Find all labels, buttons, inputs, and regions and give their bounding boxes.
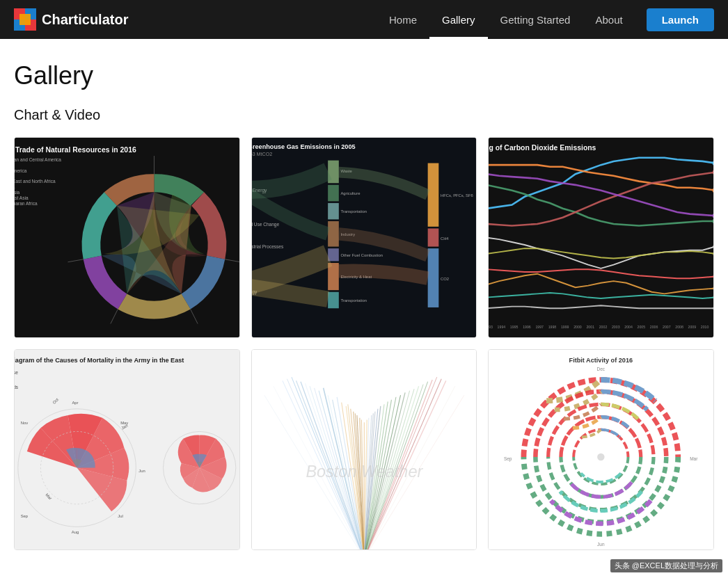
svg-text:Agriculture: Agriculture (340, 191, 360, 195)
svg-text:2002: 2002 (599, 325, 608, 329)
svg-text:Wounds: Wounds (15, 385, 19, 390)
nav-gallery[interactable]: Gallery (429, 0, 488, 39)
gallery-grid: Global Trade of Natural Resources in 201… (14, 137, 714, 550)
card-label-co2-ranking: Ranking of carbon dioxide emissions of s… (489, 337, 713, 338)
svg-text:1994: 1994 (498, 325, 506, 329)
svg-text:Sub-Saharan Africa: Sub-Saharan Africa (15, 201, 38, 206)
chart-image-nightingale: Diagram of the Causes of Mortality in th… (15, 350, 239, 549)
svg-text:1996: 1996 (523, 325, 531, 329)
svg-text:2009: 2009 (688, 325, 697, 329)
svg-text:Transportation: Transportation (340, 298, 367, 303)
chart-image-boston-weather: Boston Weather (252, 350, 477, 549)
launch-button[interactable]: Launch (647, 8, 714, 31)
svg-text:2000: 2000 (574, 325, 583, 329)
card-label-fitbit: Spiral Bar Chart (489, 549, 713, 550)
svg-text:World Greenhouse Gas Emissions: World Greenhouse Gas Emissions in 2005 (252, 143, 356, 150)
svg-rect-55 (427, 163, 438, 227)
svg-text:Apr: Apr (72, 401, 78, 405)
svg-text:2010: 2010 (701, 325, 709, 329)
card-label-greenhouse-gas: World greenhouse gas emissions (252, 337, 477, 338)
svg-text:Other Fuel Combustion: Other Fuel Combustion (340, 253, 383, 257)
svg-point-192 (597, 453, 604, 460)
svg-text:1995: 1995 (510, 325, 519, 329)
svg-text:Southeast Asia: Southeast Asia (15, 195, 29, 200)
svg-text:Total 44,153 MtCO2: Total 44,153 MtCO2 (252, 152, 272, 157)
card-label-boston-weather: Boston weather in a year (252, 549, 477, 550)
svg-text:Sep: Sep (504, 456, 512, 462)
svg-text:1997: 1997 (536, 325, 544, 329)
svg-rect-43 (328, 185, 339, 201)
svg-text:Ranking of Carbon Dioxide Emis: Ranking of Carbon Dioxide Emissions (489, 144, 596, 152)
svg-text:Caribbean and Central America: Caribbean and Central America (15, 157, 61, 162)
svg-text:Jun: Jun (597, 542, 605, 547)
svg-text:Nov: Nov (21, 421, 28, 425)
svg-rect-53 (328, 292, 339, 308)
logo-link[interactable]: Charticulator (14, 8, 377, 31)
svg-text:Global Trade of Natural Resour: Global Trade of Natural Resources in 201… (15, 146, 136, 154)
logo-icon (14, 8, 36, 31)
svg-text:Aug: Aug (72, 530, 79, 534)
svg-text:Industrial Processes: Industrial Processes (252, 244, 284, 249)
svg-text:Boston Weather: Boston Weather (306, 463, 423, 481)
section-title: Chart & Video (14, 107, 714, 123)
svg-text:2001: 2001 (587, 325, 595, 329)
gallery-card-greenhouse-gas[interactable]: World Greenhouse Gas Emissions in 2005 T… (251, 137, 477, 338)
nav-getting-started[interactable]: Getting Started (488, 0, 583, 39)
card-label-global-trade: Global trade of natural resources in 201… (15, 337, 239, 338)
svg-text:1998: 1998 (548, 325, 557, 329)
svg-text:Middle East and North Africa: Middle East and North Africa (15, 179, 56, 184)
svg-text:Diagram of the Causes of Morta: Diagram of the Causes of Mortality in th… (15, 357, 184, 364)
svg-rect-49 (328, 248, 339, 261)
svg-text:Disease: Disease (15, 370, 18, 375)
svg-text:2006: 2006 (650, 325, 658, 329)
gallery-card-boston-weather[interactable]: Boston Weather Boston weather in a year (251, 349, 477, 550)
navbar: Charticulator Home Gallery Getting Start… (0, 0, 728, 39)
svg-text:CH4: CH4 (441, 236, 449, 241)
svg-text:2008: 2008 (676, 325, 684, 329)
chart-image-greenhouse-gas: World Greenhouse Gas Emissions in 2005 T… (252, 138, 477, 337)
svg-text:2005: 2005 (638, 325, 646, 329)
chart-image-global-trade: Global Trade of Natural Resources in 201… (15, 138, 239, 337)
page-title: Gallery (14, 61, 714, 90)
gallery-card-fitbit[interactable]: Fitbit Activity of 2016 (488, 349, 714, 550)
svg-text:Mar: Mar (690, 456, 699, 461)
svg-text:Land Use Change: Land Use Change (252, 222, 279, 227)
svg-text:Fitbit Activity of 2016: Fitbit Activity of 2016 (569, 357, 633, 364)
nav-home[interactable]: Home (377, 0, 429, 39)
svg-rect-45 (328, 203, 339, 219)
chart-image-co2-ranking: Ranking of Carbon Dioxide Emissions 1992… (489, 138, 713, 337)
svg-text:Jun: Jun (139, 469, 145, 473)
logo-text: Charticulator (42, 12, 128, 28)
svg-text:South Asia: South Asia (15, 190, 20, 195)
svg-text:HFCs, PFCs, SF6: HFCs, PFCs, SF6 (441, 193, 473, 198)
svg-text:North America: North America (15, 168, 27, 173)
svg-text:2003: 2003 (612, 325, 620, 329)
svg-text:2007: 2007 (663, 325, 671, 329)
gallery-card-nightingale[interactable]: Diagram of the Causes of Mortality in th… (14, 349, 240, 550)
svg-text:Jul: Jul (118, 514, 123, 518)
svg-text:CO2: CO2 (441, 277, 449, 281)
nav-about[interactable]: About (583, 0, 635, 39)
svg-text:1999: 1999 (561, 325, 569, 329)
svg-text:Transportation: Transportation (340, 209, 367, 214)
svg-text:Dec: Dec (597, 367, 606, 371)
svg-rect-59 (427, 248, 438, 307)
svg-rect-57 (427, 228, 438, 246)
chart-image-fitbit: Fitbit Activity of 2016 (489, 350, 713, 549)
svg-rect-47 (328, 221, 339, 247)
svg-rect-4 (19, 14, 31, 25)
gallery-card-co2-ranking[interactable]: Ranking of Carbon Dioxide Emissions 1992… (488, 137, 714, 338)
svg-text:Sep: Sep (21, 514, 29, 518)
main-content: Gallery Chart & Video Global Trade of Na… (0, 39, 728, 578)
svg-rect-61 (489, 138, 713, 337)
svg-text:1993: 1993 (489, 325, 493, 329)
nav-links: Home Gallery Getting Started About (377, 0, 635, 39)
svg-text:2004: 2004 (625, 325, 633, 329)
gallery-card-global-trade[interactable]: Global Trade of Natural Resources in 201… (14, 137, 240, 338)
card-label-nightingale: Causes of Mortality over time (Reproduct… (15, 549, 239, 550)
